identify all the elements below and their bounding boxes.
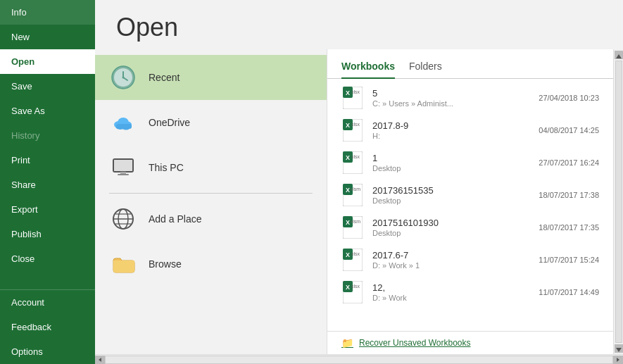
- file-item[interactable]: X xlsx 2017.8-9H:04/08/2017 14:25: [327, 114, 613, 146]
- sidebar-item-open-label: Open: [11, 56, 34, 67]
- svg-text:X: X: [346, 251, 350, 258]
- scroll-down-arrow[interactable]: [615, 344, 623, 353]
- file-info: 2017.8-9H:: [372, 120, 530, 140]
- sidebar-item-save-as[interactable]: Save As: [0, 99, 95, 123]
- sidebar-item-save-label: Save: [11, 81, 32, 92]
- file-path: C: » Users » Administ...: [372, 99, 530, 108]
- file-date: 11/07/2017 14:49: [539, 288, 599, 296]
- vertical-scrollbar[interactable]: [613, 49, 623, 354]
- page-title: Open: [95, 0, 623, 49]
- sidebar-item-save-as-label: Save As: [11, 106, 45, 116]
- location-divider: [109, 193, 313, 194]
- cloud-icon: [109, 108, 137, 137]
- svg-text:xlsx: xlsx: [351, 122, 360, 127]
- sidebar-item-feedback-label: Feedback: [11, 322, 51, 332]
- sidebar-item-history-label: History: [11, 130, 39, 141]
- main-content: Open Recent: [95, 0, 623, 364]
- folder-icon: [109, 250, 137, 278]
- file-name: 2017.6-7: [372, 250, 530, 261]
- file-item[interactable]: X xlsx 1Desktop27/07/2017 16:24: [327, 146, 613, 179]
- svg-text:X: X: [346, 187, 350, 194]
- sidebar-item-open[interactable]: Open: [0, 49, 95, 74]
- location-browse-label: Browse: [149, 258, 182, 270]
- sidebar-item-history: History: [0, 123, 95, 148]
- excel-file-icon: X xlsm: [341, 184, 364, 206]
- sidebar-item-publish-label: Publish: [11, 229, 42, 239]
- file-info: 2017516101930Desktop: [372, 218, 530, 237]
- svg-rect-12: [114, 160, 132, 171]
- file-info: 2017.6-7D: » Work » 1: [372, 250, 530, 270]
- location-add-place-label: Add a Place: [149, 213, 202, 225]
- svg-marker-48: [616, 54, 622, 58]
- file-path: Desktop: [372, 164, 530, 172]
- file-path: D: » Work » 1: [372, 261, 530, 270]
- scroll-right-arrow[interactable]: [613, 356, 623, 364]
- folder-small-icon: 📁: [341, 337, 353, 349]
- sidebar-item-save[interactable]: Save: [0, 74, 95, 99]
- sidebar-item-share[interactable]: Share: [0, 172, 95, 197]
- file-info: 5C: » Users » Administ...: [372, 88, 530, 108]
- file-item[interactable]: X xlsx 5C: » Users » Administ...27/04/20…: [327, 82, 613, 114]
- svg-marker-49: [616, 348, 622, 352]
- svg-text:X: X: [346, 122, 350, 129]
- svg-text:xlsm: xlsm: [351, 219, 361, 224]
- sidebar-item-new[interactable]: New: [0, 25, 95, 49]
- file-name: 12,: [372, 282, 530, 293]
- file-info: 201736151535Desktop: [372, 185, 530, 205]
- excel-file-icon: X xlsx: [341, 119, 364, 142]
- monitor-icon: [109, 153, 137, 182]
- svg-text:X: X: [346, 219, 350, 226]
- tab-folders[interactable]: Folders: [409, 58, 442, 79]
- sidebar-item-account[interactable]: Account: [0, 290, 95, 315]
- files-tabs: Workbooks Folders: [327, 49, 613, 79]
- scroll-up-arrow[interactable]: [615, 51, 623, 59]
- sidebar-item-info[interactable]: Info: [0, 0, 95, 25]
- location-add-place[interactable]: Add a Place: [95, 196, 327, 241]
- file-date: 27/04/2018 10:23: [539, 94, 599, 102]
- sidebar-item-feedback[interactable]: Feedback: [0, 315, 95, 339]
- recover-bar: 📁 Recover Unsaved Workbooks: [327, 331, 613, 354]
- file-date: 18/07/2017 17:35: [539, 223, 599, 232]
- content-row: Recent OneDrive: [95, 49, 623, 354]
- svg-text:X: X: [346, 284, 350, 291]
- sidebar-item-print[interactable]: Print: [0, 148, 95, 172]
- location-onedrive[interactable]: OneDrive: [95, 100, 327, 145]
- files-panel: Workbooks Folders X xlsx 5C: » Users » A…: [327, 49, 613, 354]
- scroll-track[interactable]: [615, 61, 622, 343]
- sidebar-item-close-label: Close: [11, 253, 34, 264]
- svg-rect-10: [116, 124, 132, 129]
- excel-file-icon: X xlsx: [341, 87, 364, 109]
- tab-workbooks[interactable]: Workbooks: [341, 58, 395, 79]
- excel-file-icon: X xlsx: [341, 281, 364, 303]
- sidebar-item-close[interactable]: Close: [0, 246, 95, 271]
- file-path: D: » Work: [372, 294, 530, 302]
- location-this-pc[interactable]: This PC: [95, 145, 327, 190]
- file-item[interactable]: X xlsm 2017516101930Desktop18/07/2017 17…: [327, 211, 613, 244]
- file-info: 1Desktop: [372, 153, 530, 172]
- sidebar-item-info-label: Info: [11, 7, 27, 18]
- location-recent[interactable]: Recent: [95, 55, 327, 100]
- sidebar-item-share-label: Share: [11, 180, 36, 190]
- scroll-left-arrow[interactable]: [95, 356, 105, 364]
- recover-unsaved-button[interactable]: 📁 Recover Unsaved Workbooks: [341, 337, 471, 349]
- file-item[interactable]: X xlsm 201736151535Desktop18/07/2017 17:…: [327, 179, 613, 211]
- file-item[interactable]: X xlsx 12,D: » Work11/07/2017 14:49: [327, 276, 613, 308]
- sidebar-item-export-label: Export: [11, 204, 38, 215]
- clock-icon: [109, 63, 137, 92]
- file-name: 5: [372, 88, 530, 99]
- file-item[interactable]: X xlsx 2017.6-7D: » Work » 111/07/2017 1…: [327, 244, 613, 276]
- horizontal-scrollbar[interactable]: [95, 354, 623, 364]
- excel-file-icon: X xlsx: [341, 151, 364, 174]
- sidebar-item-publish[interactable]: Publish: [0, 222, 95, 246]
- scroll-horizontal-track[interactable]: [105, 356, 613, 364]
- location-onedrive-label: OneDrive: [149, 117, 190, 128]
- sidebar-item-account-label: Account: [11, 297, 44, 308]
- sidebar-item-export[interactable]: Export: [0, 197, 95, 222]
- location-browse[interactable]: Browse: [95, 241, 327, 287]
- location-recent-label: Recent: [149, 72, 180, 83]
- file-info: 12,D: » Work: [372, 282, 530, 302]
- svg-rect-14: [118, 174, 129, 175]
- location-this-pc-label: This PC: [149, 162, 184, 173]
- svg-point-4: [122, 77, 125, 79]
- sidebar-item-options[interactable]: Options: [0, 339, 95, 364]
